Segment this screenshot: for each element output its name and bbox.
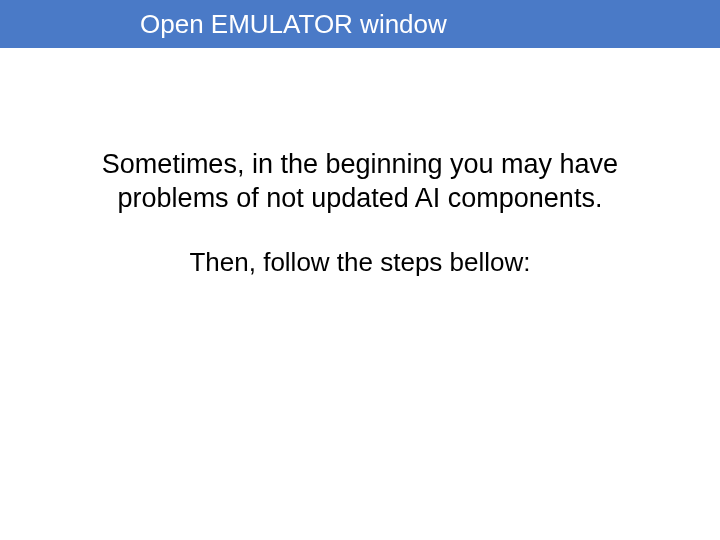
instruction-paragraph: Then, follow the steps bellow: xyxy=(70,246,650,279)
body-content: Sometimes, in the beginning you may have… xyxy=(0,48,720,278)
title-bar-text: Open EMULATOR window xyxy=(140,9,447,40)
title-bar: Open EMULATOR window xyxy=(0,0,720,48)
intro-paragraph: Sometimes, in the beginning you may have… xyxy=(70,148,650,216)
